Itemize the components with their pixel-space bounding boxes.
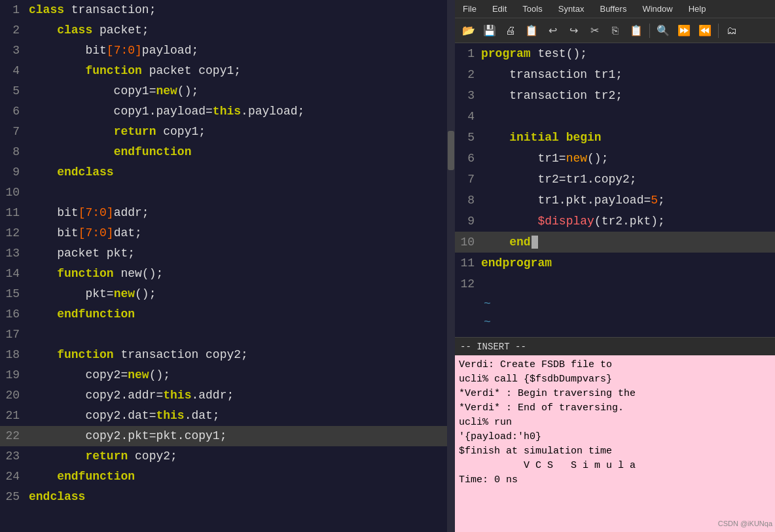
table-row: 15 pkt=new(); — [0, 284, 455, 304]
line-content: transaction tr1; — [480, 68, 775, 81]
save-icon[interactable]: 💾 — [480, 22, 499, 40]
terminal-panel[interactable]: Verdi: Create FSDB file toucli% call {$f… — [455, 355, 775, 532]
line-number: 25 — [0, 487, 26, 507]
table-row: 9 $display(tr2.pkt); — [455, 211, 775, 232]
table-row: 8 endfunction — [0, 142, 455, 162]
left-scrollbar[interactable] — [447, 0, 455, 532]
line-content: function new(); — [26, 264, 455, 284]
line-content: pkt=new(); — [26, 284, 455, 304]
table-row: 8 tr1.pkt.payload=5; — [455, 190, 775, 211]
line-content: tr2=tr1.copy2; — [480, 173, 775, 186]
table-row: 16 endfunction — [0, 304, 455, 325]
table-row: 7 tr2=tr1.copy2; — [455, 169, 775, 190]
table-row: 1class transaction; — [0, 0, 455, 20]
paste-icon[interactable]: 📋 — [626, 22, 646, 40]
terminal-line: $finish at simulation time — [459, 444, 771, 459]
table-row: 4 — [455, 106, 775, 127]
line-number: 17 — [0, 325, 26, 345]
line-number: 20 — [0, 385, 26, 406]
terminal-line: '{payload:'h0} — [459, 430, 771, 444]
line-number: 8 — [455, 194, 480, 207]
menu-item-help[interactable]: Help — [686, 3, 709, 15]
line-content: return copy1; — [26, 122, 455, 142]
line-number: 3 — [0, 41, 26, 61]
line-number: 15 — [0, 284, 26, 304]
line-content: tr1=new(); — [480, 152, 775, 165]
table-row: 10 end — [455, 232, 775, 253]
copy-icon[interactable]: ⎘ — [605, 22, 625, 40]
line-content: transaction tr2; — [480, 89, 775, 102]
text-cursor — [532, 236, 538, 249]
line-number: 5 — [455, 131, 480, 144]
table-row: 13 packet pkt; — [0, 243, 455, 264]
table-row: 22 copy2.pkt=pkt.copy1; — [0, 426, 455, 446]
line-number: 9 — [0, 162, 26, 183]
line-content: class transaction; — [26, 0, 455, 20]
print-icon[interactable]: 🖨 — [501, 22, 520, 40]
back-icon[interactable]: ⏪ — [695, 22, 715, 40]
line-number: 9 — [455, 215, 480, 228]
line-number: 24 — [0, 467, 26, 487]
table-row: 9 endclass — [0, 162, 455, 183]
cut-icon[interactable]: ✂ — [585, 22, 604, 40]
line-content: function packet copy1; — [26, 61, 455, 81]
menu-item-window[interactable]: Window — [640, 3, 675, 15]
redo-icon[interactable]: ↪ — [564, 22, 583, 40]
line-number: 19 — [0, 365, 26, 385]
table-row: 4 function packet copy1; — [0, 61, 455, 81]
line-content: end — [480, 236, 775, 249]
insert-mode-label: -- INSERT -- — [460, 342, 526, 352]
line-number: 11 — [0, 203, 26, 223]
line-content: copy2.dat=this.dat; — [26, 406, 455, 426]
line-content: function transaction copy2; — [26, 345, 455, 365]
toolbar-separator — [649, 24, 650, 38]
line-number: 2 — [0, 20, 26, 41]
table-row: 21 copy2.dat=this.dat; — [0, 406, 455, 426]
table-row: 5 copy1=new(); — [0, 81, 455, 101]
menu-item-buffers[interactable]: Buffers — [597, 3, 629, 15]
table-row: 7 return copy1; — [0, 122, 455, 142]
line-content: bit[7:0]dat; — [26, 223, 455, 243]
table-row: 24 endfunction — [0, 467, 455, 487]
right-panel: FileEditToolsSyntaxBuffersWindowHelp 📂💾🖨… — [455, 0, 775, 532]
clipboard-icon[interactable]: 📋 — [522, 22, 541, 40]
terminal-line: Time: 0 ns — [459, 473, 771, 488]
table-row: 3 transaction tr2; — [455, 85, 775, 106]
line-number: 14 — [0, 264, 26, 284]
table-row: 25endclass — [0, 487, 455, 507]
table-row: 19 copy2=new(); — [0, 365, 455, 385]
line-number: 3 — [455, 89, 480, 102]
menu-item-tools[interactable]: Tools — [520, 3, 545, 15]
table-row: 10 — [0, 183, 455, 203]
line-content: copy2.pkt=pkt.copy1; — [26, 426, 455, 446]
watermark: CSDN @iKUNqa — [718, 516, 772, 531]
search-icon[interactable]: 🔍 — [653, 22, 673, 40]
line-content: endclass — [26, 162, 455, 183]
line-number: 1 — [455, 47, 480, 60]
terminal-line: ucli% run — [459, 416, 771, 430]
right-code-area[interactable]: 1program test();2 transaction tr1;3 tran… — [455, 43, 775, 337]
line-content: endfunction — [26, 467, 455, 487]
menu-item-syntax[interactable]: Syntax — [556, 3, 587, 15]
line-content: initial begin — [480, 131, 775, 144]
line-content: copy2.addr=this.addr; — [26, 385, 455, 406]
line-number: 12 — [455, 277, 480, 291]
open-file-icon[interactable]: 📂 — [459, 22, 478, 40]
table-row: 12 — [455, 274, 775, 294]
forward-icon[interactable]: ⏩ — [674, 22, 694, 40]
left-scrollbar-thumb[interactable] — [448, 131, 454, 170]
undo-icon[interactable]: ↩ — [543, 22, 562, 40]
line-number: 7 — [455, 173, 480, 186]
line-content: tr1.pkt.payload=5; — [480, 194, 775, 207]
menu-item-file[interactable]: File — [460, 3, 479, 15]
table-row: 12 bit[7:0]dat; — [0, 223, 455, 243]
file-manager-icon[interactable]: 🗂 — [722, 22, 742, 40]
left-code-area[interactable]: 1class transaction;2 class packet;3 bit[… — [0, 0, 455, 532]
line-number: 23 — [0, 446, 26, 467]
table-row: 11 bit[7:0]addr; — [0, 203, 455, 223]
line-number: 6 — [455, 152, 480, 165]
terminal-line: Verdi: Create FSDB file to — [459, 358, 771, 372]
line-content: $display(tr2.pkt); — [480, 215, 775, 228]
menu-item-edit[interactable]: Edit — [490, 3, 509, 15]
table-row: 2 transaction tr1; — [455, 64, 775, 85]
